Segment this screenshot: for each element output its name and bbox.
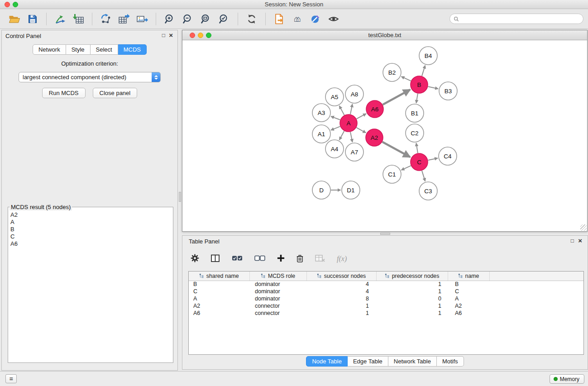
graph-edge[interactable]: [331, 126, 340, 130]
run-mcds-button[interactable]: Run MCDS: [42, 88, 86, 98]
save-session-icon[interactable]: [25, 12, 40, 26]
new-network-icon[interactable]: [98, 12, 114, 26]
tab-select[interactable]: Select: [91, 44, 118, 55]
graph-node[interactable]: B1: [406, 104, 424, 122]
resize-grip[interactable]: [580, 224, 587, 231]
graph-node[interactable]: C1: [383, 165, 401, 183]
graph-node-mcds[interactable]: A6: [366, 100, 383, 118]
table-row[interactable]: Cdominator41C: [189, 288, 583, 295]
result-list-item[interactable]: A2: [8, 211, 173, 219]
graph-edge[interactable]: [331, 116, 340, 120]
graph-node[interactable]: C4: [439, 147, 457, 165]
graph-node[interactable]: D: [312, 181, 330, 199]
graph-node-mcds[interactable]: B: [411, 76, 428, 93]
tab-mcds[interactable]: MCDS: [118, 44, 147, 55]
graph-edge[interactable]: [416, 94, 418, 103]
node-table[interactable]: shared nameMCDS rolesuccessor nodesprede…: [188, 271, 584, 355]
graph-edge[interactable]: [416, 143, 418, 153]
home-icon[interactable]: ⌂⌂: [290, 12, 305, 26]
export-table-icon[interactable]: [116, 12, 132, 26]
network-graph[interactable]: B4B2BB3A8A5A6A3B1AC2A1A2A4A7C4CC1C3DD1: [182, 40, 587, 231]
graph-node[interactable]: D1: [342, 181, 360, 199]
graph-node[interactable]: B3: [439, 82, 457, 100]
column-header[interactable]: MCDS role: [249, 272, 306, 281]
graph-node[interactable]: A8: [345, 85, 363, 103]
export-document-icon[interactable]: [272, 12, 287, 26]
table-row[interactable]: Bdominator41B: [189, 281, 583, 288]
export-image-icon[interactable]: [134, 12, 150, 26]
import-network-icon[interactable]: [53, 12, 68, 26]
graph-edge[interactable]: [402, 76, 411, 81]
graph-edge[interactable]: [357, 114, 366, 119]
network-canvas[interactable]: B4B2BB3A8A5A6A3B1AC2A1A2A4A7C4CC1C3DD1: [182, 40, 587, 231]
graph-node[interactable]: A3: [312, 104, 330, 122]
zoom-out-icon[interactable]: [180, 12, 196, 26]
tab-edge-table[interactable]: Edge Table: [348, 356, 388, 367]
show-graphics-icon[interactable]: [326, 12, 341, 26]
vizmap-icon[interactable]: [308, 12, 323, 26]
close-table-panel-icon[interactable]: ×: [578, 237, 582, 244]
zoom-fit-icon[interactable]: [198, 12, 214, 26]
graph-edge[interactable]: [382, 142, 410, 157]
graph-node[interactable]: C2: [406, 124, 424, 142]
graph-edge[interactable]: [422, 66, 425, 76]
graph-edge[interactable]: [428, 86, 439, 89]
graph-node[interactable]: A5: [325, 88, 344, 106]
graph-edge[interactable]: [350, 104, 353, 114]
task-history-icon[interactable]: ≡: [5, 374, 17, 383]
function-builder-icon[interactable]: f(x): [337, 255, 347, 263]
graph-node-mcds[interactable]: A2: [366, 129, 383, 146]
graph-node-mcds[interactable]: A: [340, 114, 357, 132]
table-row[interactable]: A6connector11A6: [189, 310, 583, 317]
column-header[interactable]: predecessor nodes: [376, 272, 448, 281]
graph-edge[interactable]: [428, 158, 438, 161]
select-all-icon[interactable]: [232, 255, 243, 263]
vertical-splitter-handle[interactable]: [179, 192, 181, 202]
table-row[interactable]: Adominator80A: [189, 295, 583, 302]
gear-icon[interactable]: [191, 254, 199, 264]
graph-node[interactable]: A1: [312, 125, 330, 143]
column-header[interactable]: shared name: [189, 272, 249, 281]
graph-node-mcds[interactable]: C: [411, 153, 428, 171]
graph-node[interactable]: A4: [325, 140, 344, 158]
graph-edge[interactable]: [356, 128, 366, 133]
graph-edge[interactable]: [339, 131, 344, 140]
tab-network[interactable]: Network: [33, 44, 66, 55]
result-list-item[interactable]: A6: [8, 240, 173, 248]
column-header[interactable]: successor nodes: [306, 272, 376, 281]
float-panel-icon[interactable]: □: [162, 32, 165, 38]
delete-table-icon[interactable]: [315, 254, 325, 264]
refresh-icon[interactable]: [244, 12, 259, 26]
zoom-selected-icon[interactable]: [216, 12, 232, 26]
result-list-item[interactable]: B: [8, 226, 173, 233]
horizontal-splitter-handle[interactable]: [380, 233, 390, 235]
close-panel-button[interactable]: Close panel: [93, 88, 138, 98]
tab-motifs[interactable]: Motifs: [437, 356, 464, 367]
table-row[interactable]: A2connector11A2: [189, 302, 583, 310]
memory-button[interactable]: Memory: [550, 374, 584, 384]
graph-edge[interactable]: [350, 132, 353, 142]
zoom-in-icon[interactable]: [162, 12, 177, 26]
search-box[interactable]: [449, 14, 583, 24]
graph-edge[interactable]: [422, 171, 425, 181]
graph-node[interactable]: B4: [419, 47, 437, 65]
deselect-all-icon[interactable]: [254, 255, 265, 263]
add-row-icon[interactable]: [277, 254, 285, 263]
graph-node[interactable]: A7: [345, 143, 363, 161]
tab-network-table[interactable]: Network Table: [388, 356, 437, 367]
search-input[interactable]: [461, 16, 579, 22]
close-panel-icon[interactable]: ×: [169, 31, 173, 39]
graph-node[interactable]: B2: [383, 63, 401, 81]
tab-style[interactable]: Style: [66, 44, 91, 55]
graph-edge[interactable]: [402, 166, 411, 170]
column-header[interactable]: name: [448, 272, 489, 281]
graph-node[interactable]: C3: [419, 182, 437, 200]
column-selector-icon[interactable]: [211, 254, 220, 264]
result-list-item[interactable]: A: [8, 219, 173, 226]
tab-node-table[interactable]: Node Table: [306, 356, 348, 367]
criterion-select[interactable]: largest connected component (directed): [19, 72, 161, 82]
graph-edge[interactable]: [339, 106, 344, 115]
open-session-icon[interactable]: [7, 12, 22, 26]
result-list-item[interactable]: C: [8, 233, 173, 240]
graph-edge[interactable]: [383, 90, 411, 105]
